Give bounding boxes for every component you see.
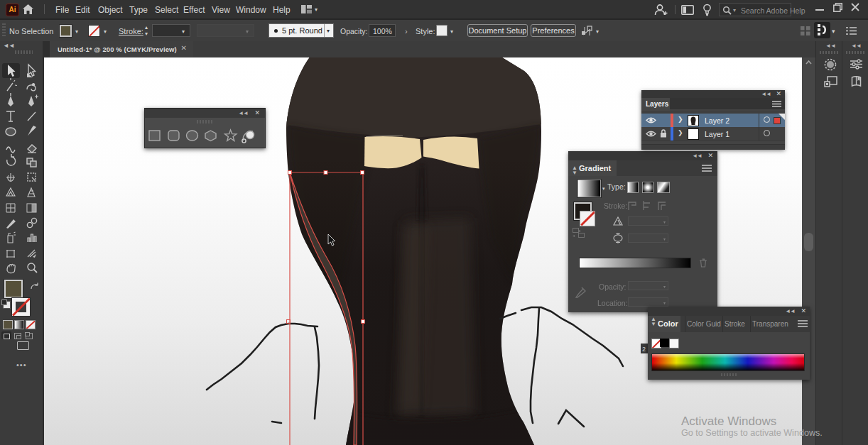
svg-text:2: 2 [642,346,646,353]
